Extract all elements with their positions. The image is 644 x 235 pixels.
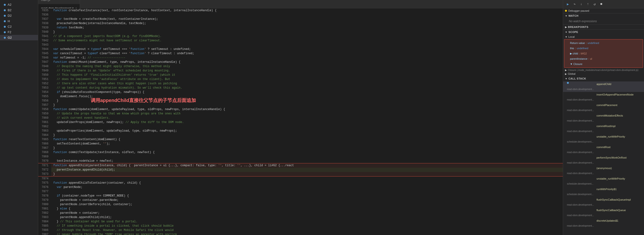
callstack-item[interactable]: performSyncWorkOnRootreact-dom.developme… [563, 155, 644, 166]
line-number: 7835 [38, 8, 51, 13]
paused-dot [565, 10, 567, 12]
callstack-item[interactable]: unstable_runWithPriorityscheduler.develo… [563, 176, 644, 186]
line-number: 7858 [38, 107, 51, 112]
callstack-func-name: insertOrAppendPlacementNode [596, 92, 642, 97]
line-content: function commitMount(domElement, type, n… [51, 60, 563, 64]
line-content: // with current event handlers. [51, 116, 563, 120]
table-row: 7838 precacheFiberNode(internalInstanceH… [38, 21, 563, 26]
line-number: 7868 [38, 150, 51, 154]
callstack-item[interactable]: commitPlacementreact-dom.development... [563, 102, 644, 113]
scope-chevron: ▼ [565, 31, 568, 34]
table-row: 7859 // Update the props handle so that … [38, 112, 563, 116]
callstack-func-name: flushSyncCallbackQueue [596, 208, 642, 212]
callstack-item[interactable]: commitRootImplreact-dom.development... [563, 124, 644, 134]
scope-closure-header[interactable]: ▼ Closure [566, 62, 641, 67]
table-row: 7857} [38, 103, 563, 107]
sidebar-item-a2[interactable]: A2 [0, 2, 38, 8]
line-content: function commitTextUpdate(textInstance, … [51, 150, 563, 154]
table-row: 7841// if a component just imports React… [38, 34, 563, 38]
step-out-button[interactable]: ↑ [585, 1, 591, 7]
line-content: // Update the props handle so that we kn… [51, 112, 563, 116]
line-number: 7871 [38, 163, 51, 168]
line-content: // Some environments might not have setT… [51, 38, 563, 43]
table-row: 7869 [38, 154, 563, 159]
sidebar-item-g2[interactable]: G2 [0, 35, 38, 40]
line-content: function commitUpdate(domElement, update… [51, 107, 563, 112]
debug-content[interactable]: ▼ Watch No watch expressions ▶ Breakpoin… [563, 13, 644, 235]
callstack-item[interactable]: discreteUpdates$1react-dom.development..… [563, 218, 644, 228]
table-row: 7851 // does to implement the 'autoFocus… [38, 77, 563, 82]
table-row: 7853 // up text content during hydration… [38, 86, 563, 90]
callstack-item[interactable]: commitRootreact-dom.development... [563, 144, 644, 155]
callstack-item[interactable]: unstable_runWithPriorityscheduler.develo… [563, 134, 644, 144]
stop-button[interactable]: ■ [598, 1, 604, 7]
step-into-button[interactable]: ↓ [578, 1, 584, 7]
scope-label: Scope [568, 30, 578, 34]
callstack-item[interactable]: flushSyncCallbackQueuereact-dom.developm… [563, 208, 644, 218]
sidebar-item-h[interactable]: H [0, 18, 38, 24]
callstack-chevron: ▼ [565, 78, 568, 80]
table-row: 7886 // through the React tree. However,… [38, 228, 563, 232]
line-content [51, 176, 563, 181]
line-content: parentNode = container; [51, 211, 563, 215]
callstack-file-name: react-dom.development... [567, 203, 596, 207]
callstack-item[interactable]: appendChildreact-dom.development... [563, 82, 644, 92]
table-row: 7837 var textNode = createTextNode(text,… [38, 17, 563, 21]
local-header[interactable]: ▼ Local [563, 35, 644, 39]
line-number: 7847 [38, 60, 51, 64]
table-row: 7872 parentInstance.appendChild(child); [38, 168, 563, 172]
watch-section: ▼ Watch No watch expressions [563, 13, 644, 24]
sidebar-item-b2[interactable]: B2 [0, 8, 38, 13]
line-content: } [51, 172, 563, 176]
sidebar-bullet [4, 4, 6, 6]
sidebar-item-c2[interactable]: C2 [0, 24, 38, 30]
scope-child[interactable]: ▶ child : li#G2 [566, 51, 641, 56]
callstack-item[interactable]: runWithPriority$1scheduler.development..… [563, 186, 644, 197]
line-number: 7855 [38, 94, 51, 99]
line-content: parentNode = container.parentNode; [51, 198, 563, 202]
callstack-item[interactable]: commitMutationEffectsreact-dom.developme… [563, 113, 644, 124]
local-chevron: ▼ [565, 36, 568, 38]
scope-body: ▼ Local Return value : undefined this : … [563, 34, 644, 76]
paused-label: Debugger paused [568, 9, 589, 12]
callstack-func-name: discreteUpdates$1 [596, 218, 642, 223]
line-content: updateProperties(domElement, updatePaylo… [51, 129, 563, 133]
table-row: 7881 } else { [38, 206, 563, 211]
watch-header[interactable]: ▼ Watch [563, 13, 644, 18]
callstack-header[interactable]: ▼ Call Stack [563, 76, 644, 81]
callstack-item[interactable]: insertOrAppendPlacementNodereact-dom.dev… [563, 92, 644, 102]
table-row: 7876 var parentNode; [38, 185, 563, 190]
scope-closure-name: ▼ Closure [570, 62, 582, 66]
continue-button[interactable]: ▶ [565, 1, 571, 7]
sidebar-item-f2[interactable]: F2 [0, 30, 38, 35]
sidebar-item-d2[interactable]: D2 [0, 13, 38, 18]
line-content: // fires if there is an 'Update' effect … [51, 68, 563, 73]
line-content: if (shouldAutoFocusHostComponent(type, n… [51, 90, 563, 94]
line-number: 7881 [38, 206, 51, 211]
line-content: } [51, 30, 563, 34]
line-content: function appendChild(parentInstance, chi… [51, 163, 563, 168]
line-content: // through the React tree. However, on M… [51, 228, 563, 232]
tab-main-js[interactable]: main.js [38, 0, 80, 4]
scope-parent-name: parentInstance [570, 56, 588, 61]
step-over-button[interactable]: ↷ [572, 1, 578, 7]
breakpoints-header[interactable]: ▶ Breakpoints [563, 24, 644, 30]
sidebar-bullet [4, 26, 6, 28]
sidebar: A2B2D2HC2F2G2 [0, 0, 38, 235]
code-container[interactable]: 调用appendChild直接往父节点的子节点后面追加 7835function… [38, 8, 563, 235]
line-content: textInstance.nodeValue = newText; [51, 159, 563, 163]
table-row: 7856 } [38, 99, 563, 103]
scope-header[interactable]: ▼ Scope [563, 30, 644, 34]
closure-section[interactable]: ▶ Closure (./node_modules/react-dom/cjs/… [563, 68, 644, 72]
sidebar-bullet [4, 20, 6, 22]
global-section[interactable]: ▶ Global [563, 72, 644, 76]
watch-body: No watch expressions [563, 18, 644, 24]
callstack-item[interactable]: (anonymous)react-dom.development... [563, 166, 644, 176]
callstack-item[interactable]: flushSyncCallbackQueueImplreact-dom.deve… [563, 197, 644, 208]
table-row: 7863 updateProperties(domElement, update… [38, 129, 563, 133]
paused-badge: Debugger paused [563, 8, 644, 13]
line-number: 7844 [38, 47, 51, 51]
line-content: return textNode; [51, 26, 563, 30]
line-content [51, 13, 563, 17]
restart-button[interactable]: ↺ [592, 1, 598, 7]
